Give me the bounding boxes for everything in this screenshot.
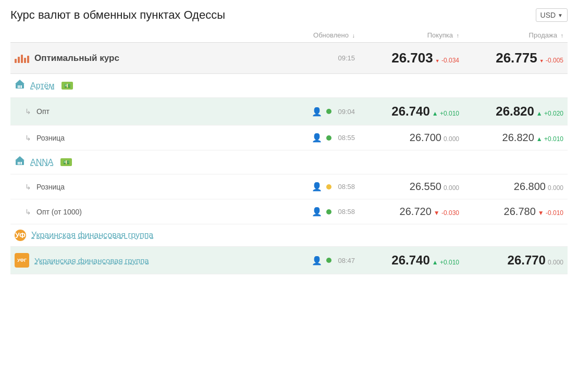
- buy-cell-0-1: 26.7000.000: [355, 132, 459, 144]
- optimal-row: Оптимальный курс 09:15 26.703 -0.034 26.…: [10, 43, 568, 74]
- bar-chart-icon: [15, 54, 29, 63]
- sub-info-0-0: 👤09:04: [272, 107, 355, 117]
- bank-icon: [15, 79, 25, 92]
- buy-delta-2-0: ▲ +0.010: [432, 259, 459, 266]
- svg-rect-4: [21, 85, 22, 88]
- sub-label-1-1: ↳Опт (от 1000): [15, 208, 272, 216]
- sub-info-2-0: 👤08:47: [272, 256, 355, 265]
- svg-rect-9: [21, 162, 22, 165]
- exchange-link-2[interactable]: Украинская финансовая группа: [31, 231, 153, 240]
- sub-info-1-0: 👤08:58: [272, 182, 355, 192]
- buy-cell-1-0: 26.5500.000: [355, 181, 459, 193]
- exchange-name-cell-2: УФУкраинская финансовая группа: [15, 230, 272, 241]
- buy-price-2-0: 26.740: [391, 253, 429, 268]
- sub-time-0-1: 08:55: [338, 134, 355, 142]
- header-sell: Продажа ↑: [459, 31, 563, 39]
- buy-cell-2-0: 26.740▲ +0.010: [355, 253, 459, 268]
- sell-price-0-0: 26.820: [496, 104, 534, 119]
- status-dot: [326, 135, 331, 141]
- optimal-sell-price: 26.775: [496, 50, 537, 66]
- status-dot: [326, 258, 331, 263]
- optimal-sell-cell: 26.775 -0.005: [459, 50, 563, 66]
- currency-value: USD: [540, 11, 556, 19]
- sub-label-text-1-0: Розница: [36, 183, 65, 191]
- optimal-buy-price: 26.703: [391, 50, 433, 66]
- sub-label-2-0: УФГУкраинская финансовая группа: [15, 253, 272, 268]
- header-name: [15, 31, 272, 39]
- page-title: Курс валют в обменных пунктах Одессы: [10, 8, 225, 22]
- person-icon: 👤: [312, 107, 322, 117]
- person-icon: 👤: [312, 182, 322, 192]
- sub-arrow-icon: ↳: [25, 208, 31, 216]
- status-dot: [326, 109, 331, 114]
- sell-cell-1-0: 26.8000.000: [459, 181, 563, 193]
- currency-selector[interactable]: USD ▼: [536, 8, 568, 22]
- sort-sell-icon[interactable]: ↑: [561, 32, 564, 39]
- sell-cell-2-0: 26.7700.000: [459, 253, 563, 268]
- header-buy: Покупка ↑: [355, 31, 459, 39]
- exchange-header-1: ANNA💵: [10, 150, 568, 174]
- sell-price-1-0: 26.800: [514, 181, 546, 193]
- header-updated: Обновлено ↓: [272, 31, 355, 39]
- chevron-down-icon: ▼: [558, 12, 563, 18]
- table-header: Обновлено ↓ Покупка ↑ Продажа ↑: [10, 28, 568, 43]
- exchange-name-cell-0: Артём💵: [15, 79, 272, 92]
- money-icon[interactable]: 💵: [62, 82, 73, 90]
- sub-label-0-1: ↳Розница: [15, 134, 272, 142]
- delta-down-icon-2: [539, 57, 544, 64]
- sub-row-1-1: ↳Опт (от 1000)👤08:5826.720▼ -0.03026.780…: [10, 199, 568, 224]
- sell-cell-1-1: 26.780▼ -0.010: [459, 206, 563, 218]
- sell-price-0-1: 26.820: [502, 132, 534, 144]
- optimal-sell-delta: -0.005: [539, 57, 563, 64]
- exchange-link-0[interactable]: Артём: [30, 81, 54, 91]
- sub-time-2-0: 08:47: [338, 257, 355, 264]
- sub-info-1-1: 👤08:58: [272, 207, 355, 217]
- sell-cell-0-1: 26.820▲ +0.010: [459, 132, 563, 144]
- sub-label-0-0: ↳Опт: [15, 107, 272, 116]
- optimal-buy-delta: -0.034: [435, 57, 459, 64]
- sub-time-1-0: 08:58: [338, 183, 355, 191]
- sell-price-1-1: 26.780: [504, 206, 536, 218]
- exchange-sub-link-2[interactable]: Украинская финансовая группа: [34, 256, 149, 265]
- sell-delta-1-0: 0.000: [548, 184, 563, 192]
- sell-cell-0-0: 26.820▲ +0.020: [459, 104, 563, 119]
- status-dot: [326, 184, 331, 189]
- svg-rect-2: [18, 85, 19, 88]
- exchanges-container: Артём💵↳Опт👤09:0426.740▲ +0.01026.820▲ +0…: [10, 74, 568, 274]
- buy-cell-1-1: 26.720▼ -0.030: [355, 206, 459, 218]
- buy-delta-0-0: ▲ +0.010: [432, 110, 459, 117]
- sub-label-text-0-0: Опт: [36, 107, 50, 116]
- buy-delta-0-1: 0.000: [444, 135, 459, 143]
- sub-row-0-0: ↳Опт👤09:0426.740▲ +0.01026.820▲ +0.020: [10, 98, 568, 125]
- sub-info-0-1: 👤08:55: [272, 133, 355, 143]
- svg-marker-1: [15, 80, 24, 84]
- exchange-header-2: УФУкраинская финансовая группа: [10, 224, 568, 247]
- exchange-link-1[interactable]: ANNA: [30, 158, 53, 167]
- buy-price-0-1: 26.700: [410, 132, 441, 144]
- buy-price-1-0: 26.550: [410, 181, 441, 193]
- sub-arrow-icon: ↳: [25, 134, 31, 142]
- exchange-sub-logo: УФГ: [15, 253, 29, 268]
- sub-label-1-0: ↳Розница: [15, 183, 272, 191]
- sell-delta-1-1: ▼ -0.010: [538, 209, 563, 217]
- buy-cell-0-0: 26.740▲ +0.010: [355, 104, 459, 119]
- optimal-buy-cell: 26.703 -0.034: [355, 50, 459, 66]
- sub-label-text-0-1: Розница: [36, 134, 65, 142]
- svg-rect-8: [19, 162, 20, 165]
- page-container: Курс валют в обменных пунктах Одессы USD…: [0, 0, 578, 283]
- person-icon: 👤: [312, 133, 322, 143]
- status-dot: [326, 209, 331, 214]
- optimal-label: Оптимальный курс: [15, 53, 272, 64]
- delta-down-icon: [435, 57, 440, 64]
- exchange-name-cell-1: ANNA💵: [15, 156, 272, 169]
- bank-icon: УФ: [15, 230, 26, 241]
- sub-arrow-icon: ↳: [25, 107, 31, 116]
- money-icon[interactable]: 💵: [60, 158, 72, 166]
- sell-delta-0-1: ▲ +0.010: [536, 135, 563, 143]
- sub-row-1-0: ↳Розница👤08:5826.5500.00026.8000.000: [10, 174, 568, 199]
- exchange-header-0: Артём💵: [10, 74, 568, 98]
- sub-arrow-icon: ↳: [25, 183, 31, 191]
- sub-row-2-0: УФГУкраинская финансовая группа👤08:4726.…: [10, 247, 568, 274]
- buy-delta-1-1: ▼ -0.030: [434, 209, 459, 217]
- sell-price-2-0: 26.770: [508, 253, 546, 268]
